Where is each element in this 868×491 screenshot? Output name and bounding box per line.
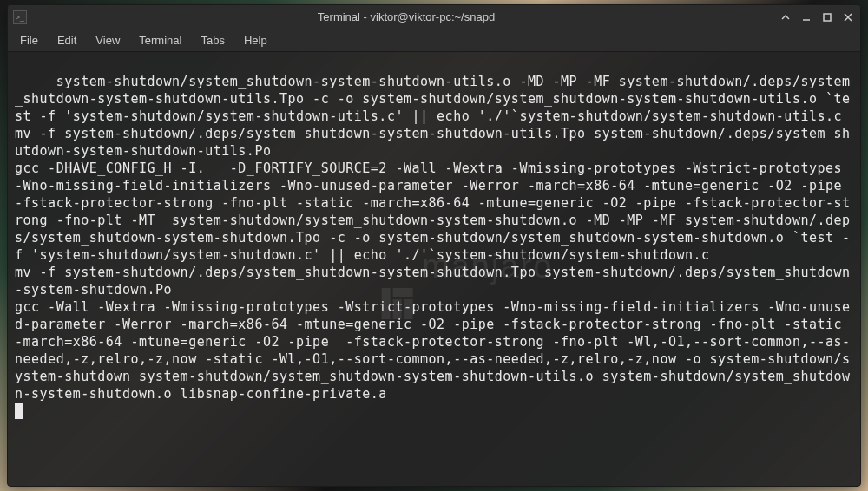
window-controls [779,10,855,24]
maximize-button[interactable] [820,10,834,24]
terminal-output[interactable]: manjaro system-shutdown/system_shutdown-… [8,52,860,486]
menu-tabs[interactable]: Tabs [192,31,233,49]
minimize-button[interactable] [799,10,813,24]
menu-file[interactable]: File [11,31,47,49]
terminal-line: gcc -DHAVE_CONFIG_H -I. -D_FORTIFY_SOURC… [15,160,851,263]
menu-edit[interactable]: Edit [49,31,85,49]
cursor [15,403,23,419]
terminal-line: system-shutdown/system_shutdown-system-s… [15,74,851,124]
close-button[interactable] [841,10,855,24]
terminal-line: gcc -Wall -Wextra -Wmissing-prototypes -… [15,299,851,402]
terminal-line: mv -f system-shutdown/.deps/system_shutd… [15,265,851,298]
menu-view[interactable]: View [87,31,128,49]
terminal-window: >_ Terminal - viktor@viktor-pc:~/snapd F… [7,4,861,487]
menu-terminal[interactable]: Terminal [130,31,190,49]
rollup-button[interactable] [779,10,792,24]
window-title: Terminal - viktor@viktor-pc:~/snapd [34,10,779,23]
app-icon: >_ [13,10,27,24]
svg-rect-4 [393,288,413,297]
titlebar: >_ Terminal - viktor@viktor-pc:~/snapd [8,5,860,29]
menubar: File Edit View Terminal Tabs Help [8,29,860,52]
terminal-line: mv -f system-shutdown/.deps/system_shutd… [15,126,851,159]
svg-rect-1 [824,14,831,21]
menu-help[interactable]: Help [235,31,276,49]
